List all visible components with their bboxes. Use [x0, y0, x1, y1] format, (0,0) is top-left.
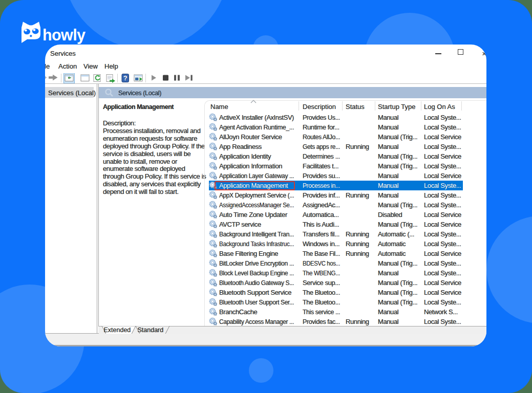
svg-text:Standard: Standard — [138, 326, 164, 334]
svg-text:Extended: Extended — [104, 326, 131, 334]
svg-text:?: ? — [123, 74, 127, 82]
